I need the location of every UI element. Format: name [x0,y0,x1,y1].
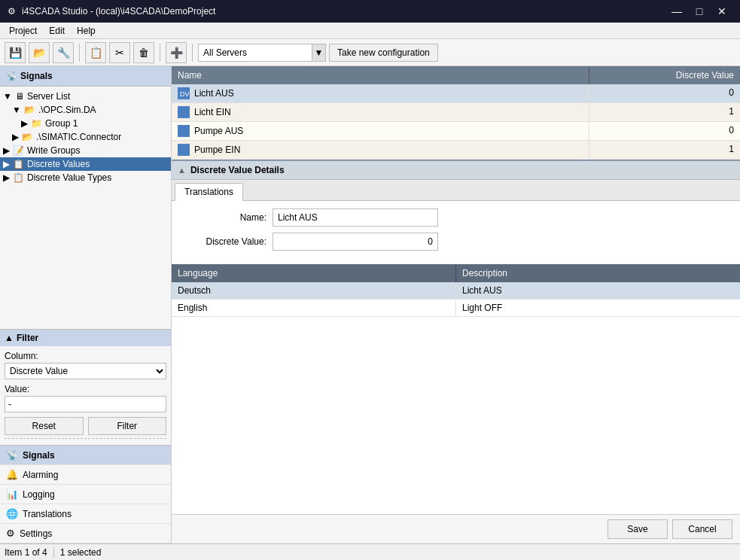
value-label: Value: [5,384,166,394]
nav-translations-label: Translations [23,509,72,519]
server-dropdown-text: All Servers [199,47,312,58]
toolbar-btn-2[interactable]: 📂 [29,42,50,63]
tree-item-write-groups[interactable]: ▶ 📝 Write Groups [0,144,171,157]
trans-description: Light OFF [456,300,740,316]
signals-label: Signals [20,71,53,81]
nav-alarming-label: Alarming [23,470,58,480]
menu-help[interactable]: Help [71,24,102,38]
translation-table: Language Description Deutsch Licht AUS E… [172,264,740,317]
row-icon [178,125,190,137]
discrete-value-row: Discrete Value: [182,233,729,251]
col-name-header: Name [172,66,589,84]
reset-button[interactable]: Reset [5,417,84,435]
filter-value-input[interactable] [5,396,166,412]
filter-button[interactable]: Filter [88,417,167,435]
grid-cell-name: Pumpe EIN [172,141,589,159]
name-input[interactable] [273,208,438,227]
bottom-nav: 📡 Signals 🔔 Alarming 📊 Logging 🌐 Transla… [0,445,171,543]
nav-logging-label: Logging [23,489,55,500]
toolbar-sep-1 [79,44,80,62]
signals-nav-icon: 📡 [6,449,18,461]
filter-label: Filter [17,333,38,343]
grid-cell-value: 1 [589,103,740,121]
expand-icon: ▶ [12,132,19,142]
row-name: Licht EIN [194,107,231,117]
nav-settings[interactable]: ⚙ Settings [0,524,171,543]
title-bar: ⚙ i4SCADA Studio - (local)\i4SCADA\DemoP… [0,0,740,23]
menu-project[interactable]: Project [3,24,43,38]
row-name: Licht AUS [194,88,234,99]
server-dropdown[interactable]: All Servers ▼ [198,44,326,62]
table-row[interactable]: Pumpe EIN 1 [172,141,740,160]
main-layout: 📡 Signals ▼ 🖥 Server List ▼ 📂 .\OPC.Sim.… [0,66,740,543]
column-select[interactable]: Name Discrete Value [5,363,166,379]
nav-signals[interactable]: 📡 Signals [0,446,171,465]
nav-settings-label: Settings [20,528,52,539]
nav-translations[interactable]: 🌐 Translations [0,504,171,524]
details-title: Discrete Value Details [190,165,285,175]
signals-header: 📡 Signals [0,66,171,87]
cancel-button[interactable]: Cancel [672,519,732,539]
save-button[interactable]: Save [608,519,668,539]
tab-bar: Translations [172,180,740,201]
tab-translations[interactable]: Translations [175,183,243,201]
expand-icon: ▼ [3,91,12,102]
tree-node-icon: 🖥 [15,91,24,102]
toolbar: 💾 📂 🔧 📋 ✂ 🗑 ➕ All Servers ▼ Take new con… [0,39,740,66]
nav-signals-label: Signals [23,450,55,461]
toolbar-btn-4[interactable]: 📋 [85,42,106,63]
grid-cell-value: 1 [589,141,740,159]
toolbar-btn-5[interactable]: ✂ [109,42,130,63]
col-description-header: Description [456,264,740,282]
toolbar-btn-1[interactable]: 💾 [5,42,26,63]
tree-item-server-list[interactable]: ▼ 🖥 Server List [0,90,171,103]
row-icon: DV [178,87,190,99]
list-item[interactable]: English Light OFF [172,300,740,317]
nav-logging[interactable]: 📊 Logging [0,485,171,504]
toolbar-btn-3[interactable]: 🔧 [53,42,74,63]
tree-node-icon: 📂 [24,105,35,115]
col-value-header: Discrete Value [589,66,740,84]
name-label: Name: [182,212,273,223]
table-row[interactable]: Licht EIN 1 [172,103,740,122]
list-item[interactable]: Deutsch Licht AUS [172,282,740,300]
tree-item-simatic[interactable]: ▶ 📂 .\SIMATIC.Connector [0,130,171,144]
toolbar-sep-3 [192,44,193,62]
close-button[interactable]: ✕ [711,2,732,20]
table-row[interactable]: Pumpe AUS 0 [172,122,740,141]
table-row[interactable]: DV Licht AUS 0 [172,84,740,103]
tree-area: ▼ 🖥 Server List ▼ 📂 .\OPC.Sim.DA ▶ 📁 Gro… [0,87,171,329]
tree-label: Server List [27,91,70,102]
trans-header: Language Description [172,264,740,282]
menu-edit[interactable]: Edit [43,24,71,38]
tree-item-discrete-values[interactable]: ▶ 📋 Discrete Values [0,157,171,171]
server-dropdown-arrow[interactable]: ▼ [312,44,325,61]
expand-icon: ▶ [3,172,10,183]
nav-alarming[interactable]: 🔔 Alarming [0,465,171,485]
name-row: Name: [182,208,729,227]
collapse-icon: ▲ [178,166,186,175]
tree-node-icon: 📝 [13,145,24,156]
dropdown-arrow-icon: ▼ [315,47,324,58]
trans-language: English [172,300,456,316]
minimize-button[interactable]: — [666,2,687,20]
maximize-button[interactable]: □ [689,2,710,20]
tree-node-icon: 📁 [31,118,42,129]
toolbar-btn-6[interactable]: 🗑 [133,42,154,63]
status-selected: 1 selected [60,547,102,558]
discrete-value-input[interactable] [273,233,438,251]
row-icon [178,106,190,118]
grid-header: Name Discrete Value [172,66,740,84]
filter-header: ▲ Filter [0,330,171,346]
tree-node-icon: 📋 [13,159,24,169]
window-title: i4SCADA Studio - (local)\i4SCADA\DemoPro… [22,6,215,17]
tree-item-opc[interactable]: ▼ 📂 .\OPC.Sim.DA [0,103,171,117]
settings-nav-icon: ⚙ [6,528,15,539]
tree-item-discrete-value-types[interactable]: ▶ 📋 Discrete Value Types [0,171,171,184]
status-item: Item 1 of 4 [5,547,47,558]
tree-item-group1[interactable]: ▶ 📁 Group 1 [0,117,171,130]
grid-cell-name: Licht EIN [172,103,589,121]
take-config-button[interactable]: Take new configuration [329,44,438,62]
tree-node-icon: 📋 [13,172,24,183]
toolbar-btn-7[interactable]: ➕ [166,42,187,63]
